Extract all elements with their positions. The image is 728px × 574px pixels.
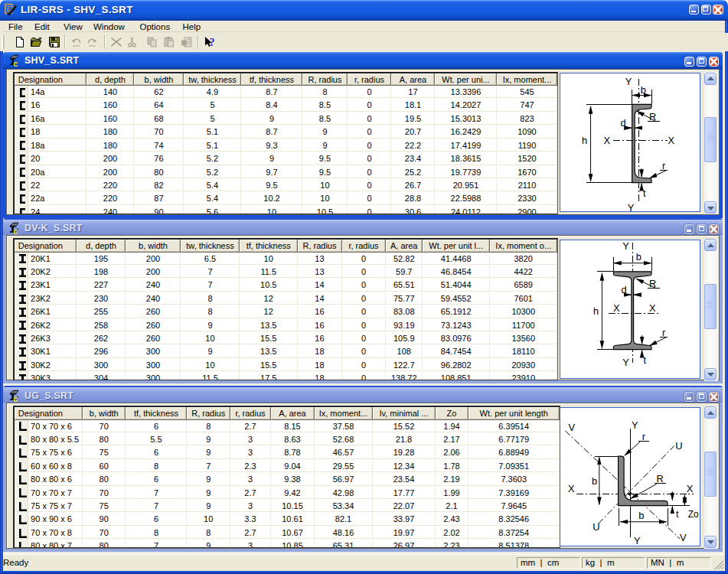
svg-text:R: R [649, 277, 656, 289]
svg-text:V: V [679, 532, 686, 543]
svg-text:Y: Y [625, 76, 632, 87]
svg-text:Y: Y [631, 419, 638, 430]
svg-text:h: h [582, 135, 587, 146]
svg-text:Zo: Zo [687, 508, 698, 519]
svg-text:c: c [14, 227, 18, 234]
svg-text:V: V [568, 421, 575, 432]
svg-text:t: t [643, 354, 646, 366]
svg-text:d: d [620, 117, 625, 129]
svg-text:r: r [661, 160, 665, 171]
svg-text:d: d [621, 284, 626, 295]
svg-text:?: ? [209, 37, 214, 48]
svg-text:b: b [635, 250, 641, 262]
svg-text:X: X [686, 482, 693, 494]
svg-text:b: b [638, 510, 644, 521]
svg-text:r: r [661, 326, 665, 338]
svg-text:h: h [593, 305, 598, 316]
svg-text:b: b [640, 84, 645, 96]
svg-text:R: R [656, 472, 663, 484]
svg-text:Y: Y [627, 202, 634, 213]
svg-text:Y: Y [622, 240, 629, 252]
svg-text:X: X [668, 135, 674, 146]
svg-text:t: t [643, 188, 646, 199]
svg-text:b: b [591, 475, 596, 486]
svg-text:r: r [641, 430, 645, 442]
svg-text:c: c [14, 59, 18, 67]
svg-text:c: c [14, 394, 18, 402]
svg-text:Y: Y [634, 535, 641, 546]
svg-text:X: X [603, 135, 610, 146]
svg-text:X: X [648, 302, 655, 314]
svg-text:X: X [567, 482, 574, 494]
svg-text:U: U [593, 521, 599, 533]
svg-text:t: t [676, 508, 679, 520]
svg-text:Y: Y [622, 357, 629, 368]
svg-text:X: X [612, 302, 619, 314]
svg-text:U: U [675, 440, 682, 452]
